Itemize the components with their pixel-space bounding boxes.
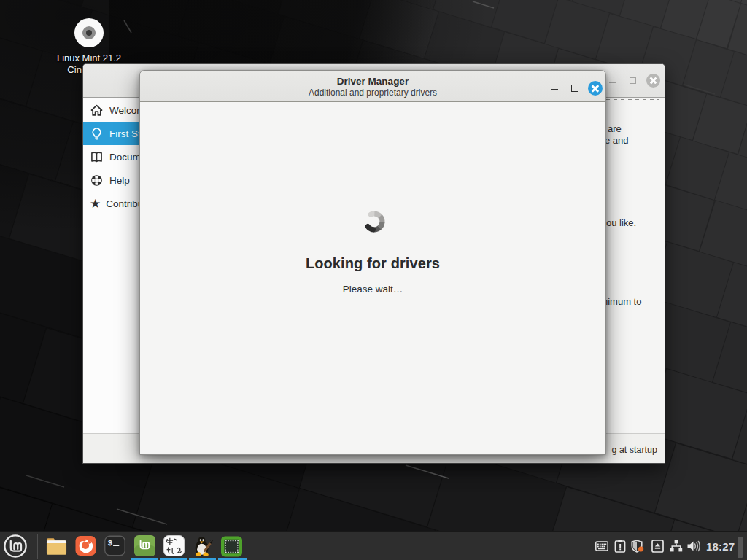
svg-text:$: $	[108, 540, 112, 548]
